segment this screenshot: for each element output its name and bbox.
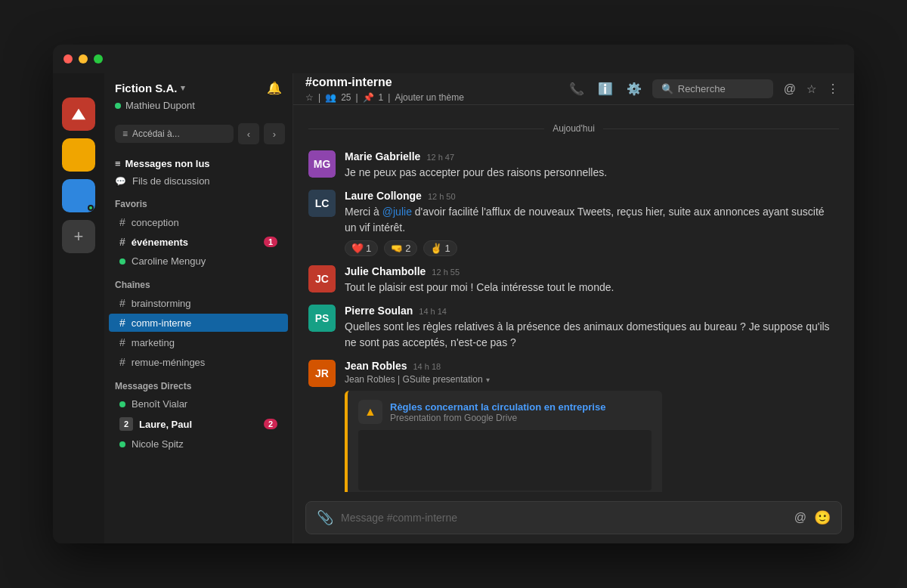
sidebar-item-remue-meninges[interactable]: # remue-méninges — [109, 353, 288, 371]
message-header-3: Julie Chambolle 12 h 55 — [345, 265, 839, 277]
avatar-jr: JR — [308, 360, 336, 387]
search-placeholder: Recherche — [678, 83, 726, 94]
reaction-fist[interactable]: 🤜 2 — [384, 240, 417, 256]
sidebar-item-evenements[interactable]: # événements 1 — [109, 233, 288, 251]
add-workspace-button[interactable]: + — [62, 220, 95, 253]
add-theme-button[interactable]: Ajouter un thème — [395, 92, 463, 103]
members-count: 25 — [341, 92, 351, 103]
remue-meninges-label: remue-méninges — [132, 357, 206, 368]
date-divider-text: Aujoud'hui — [553, 123, 595, 134]
workspace-icon-3[interactable] — [62, 179, 95, 212]
message-header-5: Jean Robles 14 h 18 — [345, 360, 839, 372]
sidebar-item-marketing[interactable]: # marketing — [109, 333, 288, 351]
comm-interne-label: comm-interne — [132, 317, 191, 329]
msg-author-4: Pierre Soulan — [345, 305, 413, 317]
msg-author-2: Laure Collonge — [345, 190, 422, 202]
search-icon: ≡ — [122, 128, 128, 139]
msg-time-2: 12 h 50 — [428, 192, 456, 201]
workspace-icon-fiction[interactable] — [62, 97, 95, 131]
benoit-label: Benoît Vialar — [132, 398, 187, 410]
message-2[interactable]: LC Laure Collonge 12 h 50 Merci à @julie… — [293, 185, 854, 261]
message-content-1: Marie Gabrielle 12 h 47 Je ne peux pas a… — [345, 150, 839, 181]
at-icon[interactable]: @ — [781, 79, 799, 99]
more-icon[interactable]: ⋮ — [824, 79, 842, 99]
info-icon[interactable]: ℹ️ — [595, 79, 616, 99]
channel-search-box[interactable]: 🔍 Recherche — [652, 79, 773, 98]
sidebar-item-conception[interactable]: # conception — [109, 213, 288, 231]
workspace-name-text: Fiction S.A. — [115, 82, 178, 94]
sidebar: Fiction S.A. ▾ 🔔 Mathieu Dupont ≡ Accéda… — [104, 45, 293, 543]
hash-icon: # — [119, 356, 125, 368]
attachment-card[interactable]: ▲ Règles concernant la circulation en en… — [345, 391, 662, 492]
nav-search-label: Accédai à... — [132, 128, 180, 139]
chat-header: #comm-interne ☆ | 👥 25 | 📌 1 | Ajouter u… — [293, 45, 854, 105]
search-icon: 🔍 — [661, 83, 673, 94]
unread-section-header[interactable]: ≡ Messages non lus — [104, 152, 293, 172]
fullscreen-button[interactable] — [94, 54, 103, 63]
messages-area: Aujoud'hui MG Marie Gabrielle 12 h 47 Je… — [293, 105, 854, 492]
notifications-bell-icon[interactable]: 🔔 — [267, 81, 282, 95]
mention-julie[interactable]: @julie — [382, 206, 412, 218]
sidebar-item-comm-interne[interactable]: # comm-interne — [109, 314, 288, 332]
message-3[interactable]: JC Julie Chambolle 12 h 55 Tout le plais… — [293, 261, 854, 300]
separator: | — [388, 92, 390, 103]
settings-icon[interactable]: ⚙️ — [624, 79, 645, 99]
msg-time-3: 12 h 55 — [432, 268, 460, 277]
online-dot-icon — [119, 441, 125, 447]
call-icon[interactable]: 📞 — [566, 79, 587, 99]
message-input-box: 📎 Message #comm-interne @ 🙂 — [305, 501, 842, 534]
members-icon: 👥 — [325, 92, 336, 103]
hash-icon: # — [119, 236, 125, 248]
sidebar-item-dm-benoit[interactable]: Benoît Vialar — [109, 395, 288, 413]
message-1[interactable]: MG Marie Gabrielle 12 h 47 Je ne peux pa… — [293, 146, 854, 185]
nav-bar: ≡ Accédai à... ‹ › — [104, 120, 293, 152]
avatar-mg: MG — [308, 150, 336, 178]
avatar-jc: JC — [308, 265, 336, 292]
dm-num-icon: 2 — [119, 417, 133, 431]
msg-author-5: Jean Robles — [345, 360, 407, 372]
msg-author-1: Marie Gabrielle — [345, 150, 420, 162]
online-status-dot — [115, 103, 121, 109]
quick-nav-search[interactable]: ≡ Accédai à... — [115, 125, 234, 143]
attach-icon[interactable]: 📎 — [317, 509, 333, 526]
avatar-img-lc: LC — [308, 190, 336, 217]
separator: | — [318, 92, 320, 103]
channel-meta: ☆ | 👥 25 | 📌 1 | Ajouter un thème — [305, 92, 464, 103]
hash-icon: # — [119, 216, 125, 228]
nav-back-button[interactable]: ‹ — [238, 123, 259, 144]
date-divider: Aujoud'hui — [293, 123, 854, 134]
workspace-name[interactable]: Fiction S.A. ▾ — [115, 82, 185, 94]
marketing-label: marketing — [132, 337, 175, 348]
brainstorming-label: brainstorming — [132, 298, 191, 309]
message-5[interactable]: JR Jean Robles 14 h 18 Jean Robles | GSu… — [293, 355, 854, 492]
star-icon[interactable]: ☆ — [806, 82, 816, 96]
reaction-heart[interactable]: ❤️ 1 — [345, 240, 378, 256]
sidebar-item-dm-nicole[interactable]: Nicole Spitz — [109, 435, 288, 453]
workspace-icon-2[interactable] — [62, 138, 95, 172]
separator: | — [355, 92, 358, 103]
sidebar-item-brainstorming[interactable]: # brainstorming — [109, 294, 288, 312]
message-input-placeholder[interactable]: Message #comm-interne — [341, 512, 787, 524]
threads-item[interactable]: 💬 Fils de discussion — [104, 172, 293, 190]
avatar-img-ps: PS — [308, 305, 336, 332]
dropdown-arrow-icon[interactable]: ▾ — [486, 376, 490, 384]
dm-section-label: Messages Directs — [104, 372, 293, 395]
message-4[interactable]: PS Pierre Soulan 14 h 14 Quelles sont le… — [293, 300, 854, 355]
nav-forward-button[interactable]: › — [264, 123, 285, 144]
emoji-picker-icon[interactable]: 🙂 — [814, 509, 831, 526]
at-mention-icon[interactable]: @ — [794, 511, 806, 525]
minimize-button[interactable] — [79, 54, 88, 63]
sidebar-item-caroline[interactable]: Caroline Menguy — [109, 252, 288, 270]
avatar-lc: LC — [308, 190, 336, 217]
sidebar-item-dm-laure-paul[interactable]: 2 Laure, Paul 2 — [109, 414, 288, 434]
reaction-peace[interactable]: ✌️ 1 — [423, 240, 457, 256]
reactions-2: ❤️ 1 🤜 2 ✌️ 1 — [345, 240, 839, 256]
gsuite-text: Jean Robles | GSuite presentation — [345, 374, 483, 385]
online-dot-icon — [119, 401, 125, 407]
close-button[interactable] — [63, 54, 73, 63]
message-content-3: Julie Chambolle 12 h 55 Tout le plaisir … — [345, 265, 839, 296]
message-content-4: Pierre Soulan 14 h 14 Quelles sont les r… — [345, 305, 839, 351]
pinned-count: 1 — [379, 92, 384, 103]
attachment-title: Règles concernant la circulation en entr… — [390, 401, 605, 413]
star-icon[interactable]: ☆ — [305, 92, 314, 103]
